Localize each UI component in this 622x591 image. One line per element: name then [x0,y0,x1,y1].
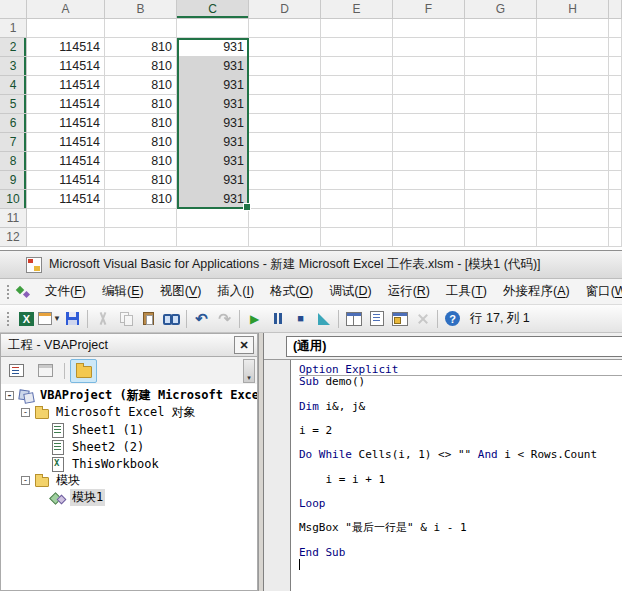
row-header-3[interactable]: 3 [0,57,27,76]
code-editor[interactable]: Option ExplicitSub demo()Dim i&, j&i = 2… [291,360,622,591]
cell-F7[interactable] [393,133,465,152]
cell-A4[interactable]: 114514 [27,76,105,95]
column-header-D[interactable]: D [249,0,321,19]
cell-D10[interactable] [249,190,321,209]
cell-C5[interactable]: 931 [177,95,249,114]
cell-stub-7[interactable] [609,133,622,152]
row-header-1[interactable]: 1 [0,19,27,38]
cell-H11[interactable] [537,209,609,228]
cell-stub-9[interactable] [609,171,622,190]
tree-item-模块[interactable]: -模块 [5,472,257,489]
cell-G9[interactable] [465,171,537,190]
expander-icon[interactable]: - [5,391,14,400]
cell-C4[interactable]: 931 [177,76,249,95]
expander-icon[interactable]: - [21,408,30,417]
cell-stub-3[interactable] [609,57,622,76]
cell-H5[interactable] [537,95,609,114]
cell-E8[interactable] [321,152,393,171]
cell-E9[interactable] [321,171,393,190]
column-header-C[interactable]: C [177,0,249,19]
cell-A10[interactable]: 114514 [27,190,105,209]
column-header-F[interactable]: F [393,0,465,19]
cell-F3[interactable] [393,57,465,76]
cell-F9[interactable] [393,171,465,190]
break-button[interactable] [266,308,289,330]
cell-E10[interactable] [321,190,393,209]
row-header-6[interactable]: 6 [0,114,27,133]
cell-D9[interactable] [249,171,321,190]
cell-stub-8[interactable] [609,152,622,171]
cell-G10[interactable] [465,190,537,209]
cell-D12[interactable] [249,228,321,247]
cell-B12[interactable] [105,228,177,247]
cell-F1[interactable] [393,19,465,38]
cell-C1[interactable] [177,19,249,38]
cell-C3[interactable]: 931 [177,57,249,76]
object-dropdown[interactable]: (通用) [286,336,622,357]
cell-D11[interactable] [249,209,321,228]
cell-G3[interactable] [465,57,537,76]
row-header-2[interactable]: 2 [0,38,27,57]
menu-item-r[interactable]: 运行(R) [380,280,438,303]
toolbar-grip[interactable] [6,311,11,327]
cell-stub-11[interactable] [609,209,622,228]
vba-titlebar[interactable]: Microsoft Visual Basic for Applications … [0,251,622,279]
cell-A9[interactable]: 114514 [27,171,105,190]
cell-A7[interactable]: 114514 [27,133,105,152]
cell-C11[interactable] [177,209,249,228]
properties-window-button[interactable] [365,308,388,330]
cell-B11[interactable] [105,209,177,228]
cell-H6[interactable] [537,114,609,133]
run-button[interactable]: ▶ [243,308,266,330]
cell-H4[interactable] [537,76,609,95]
cell-D2[interactable] [249,38,321,57]
column-header-A[interactable]: A [27,0,105,19]
cell-B1[interactable] [105,19,177,38]
cell-F8[interactable] [393,152,465,171]
select-all-corner[interactable] [0,0,27,19]
menubar-grip[interactable] [6,284,11,300]
column-header-B[interactable]: B [105,0,177,19]
tree-item-Sheet11[interactable]: Sheet1 (1) [5,421,257,438]
menu-item-v[interactable]: 视图(V) [152,280,210,303]
row-header-12[interactable]: 12 [0,228,27,247]
cell-F11[interactable] [393,209,465,228]
tree-item-MicrosoftExcel对象[interactable]: -Microsoft Excel 对象 [5,404,257,421]
cell-E12[interactable] [321,228,393,247]
cell-F2[interactable] [393,38,465,57]
cell-E2[interactable] [321,38,393,57]
toolbar-overflow-button[interactable]: ▾ [243,359,255,383]
module-window-icon[interactable] [15,284,31,299]
project-explorer-button[interactable] [342,308,365,330]
view-code-button[interactable] [3,359,30,383]
cell-A11[interactable] [27,209,105,228]
cell-H10[interactable] [537,190,609,209]
cell-B4[interactable]: 810 [105,76,177,95]
cell-E3[interactable] [321,57,393,76]
menu-item-e[interactable]: 编辑(E) [94,280,152,303]
menu-item-f[interactable]: 文件(F) [37,280,94,303]
view-object-button[interactable] [32,359,59,383]
menu-item-t[interactable]: 工具(T) [438,280,495,303]
cell-G2[interactable] [465,38,537,57]
tree-item-ThisWorkbook[interactable]: ThisWorkbook [5,455,257,472]
cell-E4[interactable] [321,76,393,95]
cell-stub-4[interactable] [609,76,622,95]
cell-B7[interactable]: 810 [105,133,177,152]
cell-E6[interactable] [321,114,393,133]
cell-E7[interactable] [321,133,393,152]
cell-A5[interactable]: 114514 [27,95,105,114]
row-header-9[interactable]: 9 [0,171,27,190]
cell-E5[interactable] [321,95,393,114]
cell-F6[interactable] [393,114,465,133]
indicator-margin[interactable] [264,360,291,591]
column-header-stub[interactable] [609,0,622,19]
expander-icon[interactable]: - [21,476,30,485]
column-header-E[interactable]: E [321,0,393,19]
row-header-4[interactable]: 4 [0,76,27,95]
help-button[interactable]: ? [441,308,464,330]
cell-A1[interactable] [27,19,105,38]
cell-B10[interactable]: 810 [105,190,177,209]
reset-button[interactable]: ■ [289,308,312,330]
cell-H8[interactable] [537,152,609,171]
